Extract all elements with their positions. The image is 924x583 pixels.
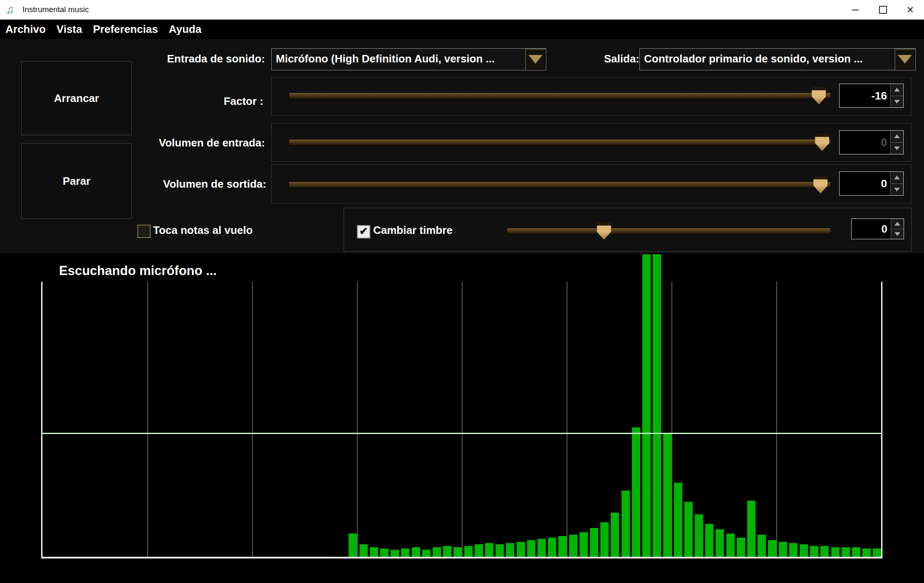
spectrum-bar — [800, 544, 808, 557]
spectrum-bar — [485, 543, 493, 557]
app-window: ♫ Instrumental music ✕ Archivo Vista Pre… — [0, 0, 924, 583]
volume-out-spin-down-button[interactable] — [891, 184, 903, 196]
spectrum-bar — [611, 513, 619, 557]
factor-slider[interactable] — [289, 86, 831, 105]
timbre-value: 0 — [852, 223, 891, 236]
spectrum-bar — [443, 546, 451, 557]
spectrum-bar — [674, 483, 682, 557]
volume-out-slider[interactable] — [289, 175, 831, 194]
spinner-up-icon — [894, 176, 900, 179]
volume-in-spin-up-button[interactable] — [891, 131, 903, 143]
output-device-combo[interactable]: Controlador primario de sonido, version … — [639, 48, 916, 70]
volume-in-spinbox[interactable]: 0 — [839, 130, 904, 154]
close-button[interactable]: ✕ — [897, 0, 924, 20]
dropdown-arrow-icon — [898, 55, 912, 64]
spectrum-bar — [433, 547, 441, 557]
spectrum-bars — [42, 282, 881, 557]
spectrum-bar — [632, 427, 640, 557]
spectrum-bar — [349, 533, 357, 557]
menu-vista[interactable]: Vista — [51, 20, 88, 39]
maximize-button[interactable] — [869, 0, 897, 20]
spectrum-bar — [737, 538, 745, 557]
spinner-down-icon — [894, 188, 900, 191]
volume-out-slider-track — [289, 181, 831, 188]
factor-spin-down-button[interactable] — [891, 96, 903, 108]
spectrum-bar — [527, 540, 535, 557]
volume-in-spin-down-button[interactable] — [891, 143, 903, 154]
spectrum-bar — [663, 433, 671, 557]
spectrum-bar — [558, 536, 567, 557]
timbre-slider-track — [507, 228, 831, 234]
spectrum-bar — [506, 543, 514, 557]
status-text: Escuchando micrófono ... — [59, 263, 217, 278]
titlebar: ♫ Instrumental music ✕ — [0, 0, 924, 20]
checkmark-icon: ✔ — [358, 226, 369, 236]
volume-out-spinner — [890, 172, 903, 195]
spectrum-bar — [684, 502, 693, 557]
spectrum-bar — [517, 542, 525, 557]
input-device-dropdown-button[interactable] — [525, 49, 546, 70]
volume-in-slider-track — [289, 139, 831, 146]
control-panel: Arrancar Parar Entrada de sonido: Micróf… — [0, 39, 924, 253]
factor-spin-up-button[interactable] — [891, 84, 903, 96]
spectrum-bar — [842, 547, 850, 557]
spectrum-bar — [705, 524, 713, 557]
spectrum-bar — [862, 548, 871, 557]
volume-in-slider[interactable] — [289, 133, 831, 152]
dropdown-arrow-icon — [528, 55, 543, 64]
factor-spinbox[interactable]: -16 — [839, 84, 904, 108]
input-device-value: Micrófono (High Definition Audi, version… — [272, 49, 525, 70]
spectrum-bar — [391, 550, 399, 557]
minimize-icon — [852, 10, 859, 10]
output-device-dropdown-button[interactable] — [894, 49, 915, 70]
spectrum-bar — [653, 254, 661, 557]
input-device-combo[interactable]: Micrófono (High Definition Audi, version… — [271, 48, 546, 70]
spectrum-bar — [475, 544, 483, 557]
volume-out-spinbox[interactable]: 0 — [839, 171, 904, 196]
spectrum-bar — [401, 548, 409, 557]
output-device-value: Controlador primario de sonido, version … — [640, 49, 894, 70]
maximize-icon — [879, 6, 887, 14]
spectrum-chart — [41, 282, 882, 558]
spinner-down-icon — [894, 232, 900, 236]
input-device-label: Entrada de sonido: — [125, 48, 265, 69]
spectrum-bar — [695, 514, 703, 557]
factor-value: -16 — [840, 89, 890, 102]
menu-archivo[interactable]: Archivo — [0, 20, 51, 39]
close-icon: ✕ — [907, 5, 914, 15]
spinner-up-icon — [894, 222, 900, 226]
spectrum-bar — [758, 535, 766, 557]
spectrum-bar — [548, 538, 556, 557]
minimize-button[interactable] — [842, 0, 869, 20]
menu-preferencias[interactable]: Preferencias — [88, 20, 163, 39]
menu-ayuda[interactable]: Ayuda — [163, 20, 207, 39]
timbre-spin-up-button[interactable] — [891, 219, 904, 229]
timbre-slider[interactable] — [507, 221, 831, 241]
volume-out-spin-up-button[interactable] — [891, 172, 903, 184]
spectrum-bar — [831, 547, 840, 557]
spectrum-bar — [747, 501, 756, 557]
play-on-fly-checkbox[interactable]: ✔ — [137, 225, 151, 238]
spinner-down-icon — [894, 146, 900, 150]
stop-button[interactable]: Parar — [21, 143, 132, 219]
timbre-spinner — [891, 219, 904, 239]
change-timbre-checkbox[interactable]: ✔ — [357, 225, 370, 238]
music-note-icon: ♫ — [6, 3, 14, 16]
start-button[interactable]: Arrancar — [21, 61, 132, 135]
factor-spinner — [890, 84, 903, 107]
play-on-fly-label: Toca notas al vuelo — [153, 220, 253, 241]
spectrum-bar — [600, 522, 609, 557]
factor-slider-track — [289, 92, 831, 99]
timbre-slider-thumb[interactable] — [597, 222, 611, 240]
window-title: Instrumental music — [22, 5, 89, 14]
volume-out-slider-thumb[interactable] — [813, 176, 827, 194]
volume-in-value: 0 — [840, 136, 890, 149]
timbre-spinbox[interactable]: 0 — [851, 218, 904, 239]
spectrum-bar — [453, 547, 462, 557]
menubar: Archivo Vista Preferencias Ayuda — [0, 20, 924, 39]
spectrum-bar — [768, 540, 776, 557]
spectrum-bar — [820, 546, 829, 557]
timbre-spin-down-button[interactable] — [891, 229, 904, 239]
factor-slider-thumb[interactable] — [812, 87, 826, 104]
volume-in-slider-thumb[interactable] — [815, 134, 829, 151]
